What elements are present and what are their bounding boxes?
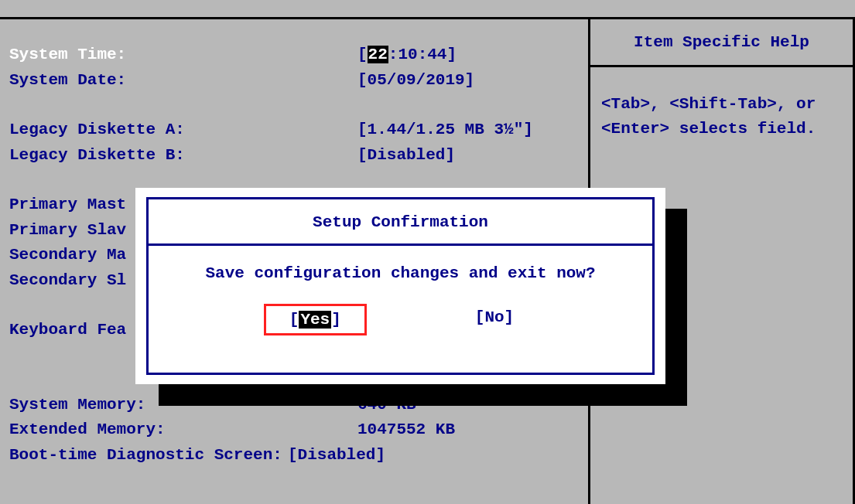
dialog-message: Save configuration changes and exit now? <box>149 246 652 290</box>
confirmation-dialog: Setup Confirmation Save configuration ch… <box>135 188 665 384</box>
diskette-a-value[interactable]: [1.44/1.25 MB 3½"] <box>357 117 533 143</box>
yes-button[interactable]: [Yes] <box>264 304 367 335</box>
help-body: <Tab>, <Shift-Tab>, or <Enter> selects f… <box>590 67 853 148</box>
boot-diag-value[interactable]: [Disabled] <box>288 443 385 468</box>
boot-diag-label: Boot-time Diagnostic Screen: <box>9 443 288 468</box>
system-date-value[interactable]: [05/09/2019] <box>357 68 474 94</box>
diskette-b-value[interactable]: [Disabled] <box>357 143 455 169</box>
diskette-b-label: Legacy Diskette B: <box>9 143 357 169</box>
dialog-title: Setup Confirmation <box>149 199 652 246</box>
extended-memory-label: Extended Memory: <box>9 417 357 443</box>
no-button[interactable]: [No] <box>452 304 537 335</box>
system-time-value[interactable]: [22:10:44] <box>357 43 457 68</box>
extended-memory-value: 1047552 KB <box>357 417 455 443</box>
system-time-label: System Time: <box>9 43 357 68</box>
help-title: Item Specific Help <box>590 19 853 67</box>
diskette-a-label: Legacy Diskette A: <box>9 117 357 143</box>
system-date-label: System Date: <box>9 68 357 94</box>
